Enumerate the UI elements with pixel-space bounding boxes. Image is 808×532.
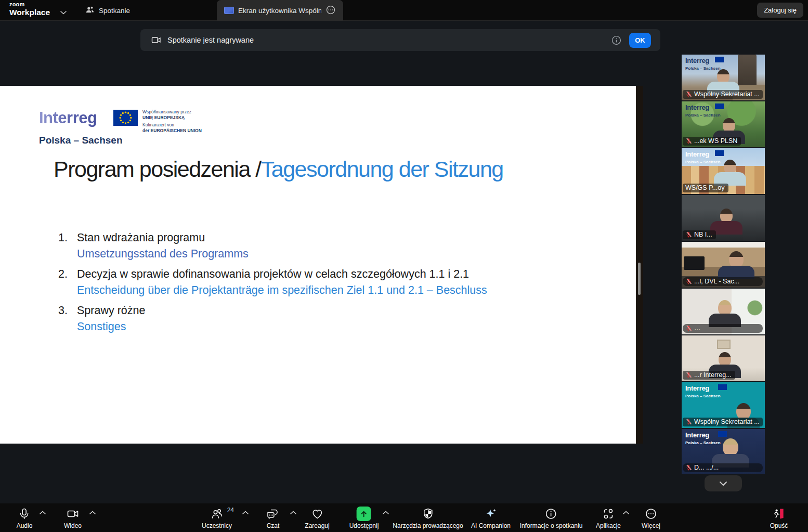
participant-name: Wspólny Sekretariat ... [694, 90, 760, 98]
background-tower [738, 55, 757, 87]
brand-workplace: Workplace [9, 8, 50, 17]
collapse-gallery-chevron-button[interactable] [705, 475, 742, 491]
meeting-info-button[interactable]: Informacje o spotkaniu [520, 507, 583, 529]
eu-flag [113, 110, 138, 126]
tab-meeting[interactable]: Spotkanie [78, 0, 137, 21]
shared-screen-thumbnail-icon [224, 7, 234, 14]
background-monitor [684, 256, 705, 270]
video-options-chevron[interactable] [89, 511, 96, 515]
share-screen-icon [357, 507, 371, 521]
participants-options-chevron[interactable] [242, 511, 249, 515]
participant-name: ...l, DVL - Sac... [694, 278, 739, 285]
camera-icon [67, 507, 79, 521]
eu-cofinance-line2: UNIĘ EUROPEJSKĄ [142, 115, 202, 121]
muted-mic-icon [685, 464, 692, 471]
ai-companion-label: AI Companion [471, 522, 511, 529]
muted-mic-icon [685, 372, 692, 379]
participant-tile-9[interactable]: Interreg Polska – Sachsen D... .../... [682, 429, 765, 474]
eu-cofinance-line4: der EUROPÄISCHEN UNION [142, 128, 202, 134]
more-label: Więcej [642, 522, 660, 529]
participant-tile-5[interactable]: ...l, DVL - Sac... [682, 242, 765, 288]
agenda-list: 1. Stan wdrażania programu Umsetzungssta… [58, 230, 557, 339]
muted-mic-icon [685, 278, 692, 285]
agenda-item-2: 2. Decyzja w sprawie dofinansowania proj… [58, 266, 557, 299]
apps-options-chevron[interactable] [623, 511, 629, 515]
ai-companion-button[interactable]: AI Companion [471, 507, 511, 529]
participant-name-bar: ...ek WS PLSN [683, 137, 741, 146]
leave-label: Opuść [770, 522, 788, 529]
participant-name: D... .../... [694, 464, 719, 471]
eu-flag-mini [715, 150, 724, 156]
participant-tile-8[interactable]: Interreg Polska – Sachsen Wspólny Sekret… [682, 382, 765, 428]
meeting-info-label: Informacje o spotkaniu [520, 522, 583, 529]
participant-tile-1[interactable]: Interreg Polska – Sachsen Wspólny Sekret… [682, 55, 765, 100]
microphone-icon [18, 507, 31, 521]
share-screen-label: Udostępnij [349, 522, 379, 529]
participants-icon: 24 [210, 507, 224, 521]
slide-title-german: Tagesordnung der Sitzung [261, 157, 503, 181]
chat-label: Czat [267, 522, 280, 529]
tab-options-ellipsis-icon[interactable] [325, 5, 336, 17]
agenda-text-polish: Sprawy różne [77, 303, 145, 319]
recording-banner: Spotkanie jest nagrywane OK [140, 29, 660, 51]
zoom-workplace-logo: zoom Workplace [9, 2, 50, 17]
login-button[interactable]: Zaloguj się [757, 3, 803, 18]
agenda-item-1: 1. Stan wdrażania programu Umsetzungssta… [58, 230, 557, 262]
participant-name: ...ek WS PLSN [694, 137, 737, 145]
host-tools-label: Narzędzia prowadzącego [393, 522, 463, 529]
brand-zoom: zoom [9, 2, 50, 7]
participant-tile-7[interactable]: ...r Interreg... [682, 335, 765, 381]
workspace-chevron-down-icon[interactable] [60, 7, 67, 17]
tab-meeting-label: Spotkanie [99, 7, 130, 15]
react-button[interactable]: Zareaguj [305, 507, 329, 529]
apps-label: Aplikacje [596, 522, 621, 529]
tab-screen-share[interactable]: Ekran użytkownika Wspólny Sekre [217, 0, 343, 21]
participant-video-person [718, 251, 754, 279]
apps-icon [602, 507, 615, 521]
participant-tile-2[interactable]: Interreg Polska – Sachsen ...ek WS PLSN [682, 101, 765, 147]
participants-label: Uczestnicy [202, 522, 232, 529]
eu-flag-mini [718, 431, 727, 437]
share-screen-button[interactable]: Udostępnij [349, 507, 379, 529]
participants-button[interactable]: 24 Uczestnicy [202, 507, 232, 529]
chat-icon [266, 507, 280, 521]
shield-icon [422, 507, 434, 521]
top-bar: zoom Workplace Spotkanie Ekran użytkowni… [0, 0, 808, 21]
eu-flag-mini [718, 384, 727, 390]
apps-button[interactable]: Aplikacje [596, 507, 621, 529]
agenda-item-3: 3. Sprawy różne Sonstiges [58, 303, 557, 335]
muted-mic-icon [685, 231, 692, 238]
recording-info-icon[interactable] [611, 35, 622, 46]
muted-mic-icon [685, 91, 692, 98]
chat-button[interactable]: Czat [266, 507, 280, 529]
zoom-meeting-window: zoom Workplace Spotkanie Ekran użytkowni… [0, 0, 808, 532]
recording-ok-button[interactable]: OK [629, 33, 651, 48]
more-button[interactable]: Więcej [642, 507, 660, 529]
agenda-text-polish: Stan wdrażania programu [77, 230, 205, 246]
agenda-number: 2. [58, 266, 77, 282]
muted-mic-icon [685, 419, 692, 425]
background-picture-frame [717, 340, 731, 349]
recording-message: Spotkanie jest nagrywane [167, 36, 254, 44]
share-options-chevron[interactable] [383, 511, 389, 515]
eu-flag-mini [715, 103, 724, 109]
chat-options-chevron[interactable] [290, 511, 296, 515]
interreg-logo: Interreg [39, 109, 97, 127]
participant-tile-3-active-speaker[interactable]: Interreg Polska – Sachsen WS/GS P...oy [682, 148, 765, 194]
more-ellipsis-icon [645, 507, 657, 521]
agenda-number: 1. [58, 230, 77, 246]
audio-button[interactable]: Audio [17, 507, 33, 529]
participant-name: … [694, 325, 701, 332]
host-tools-button[interactable]: Narzędzia prowadzącego [393, 507, 463, 529]
participants-icon [85, 5, 95, 16]
shared-screen-scrollbar[interactable] [638, 263, 641, 295]
participant-video-person [709, 300, 741, 327]
audio-label: Audio [17, 522, 33, 529]
leave-meeting-button[interactable]: Opuść [770, 507, 788, 529]
shared-screen-slide: Interreg Polska – Sachsen Współfinansowa… [0, 86, 636, 444]
participant-tile-4[interactable]: NB I... [682, 195, 765, 241]
audio-options-chevron[interactable] [40, 511, 46, 515]
participant-tile-6[interactable]: … [682, 289, 765, 334]
video-button[interactable]: Wideo [64, 507, 82, 529]
participant-name-bar: … [683, 324, 763, 333]
